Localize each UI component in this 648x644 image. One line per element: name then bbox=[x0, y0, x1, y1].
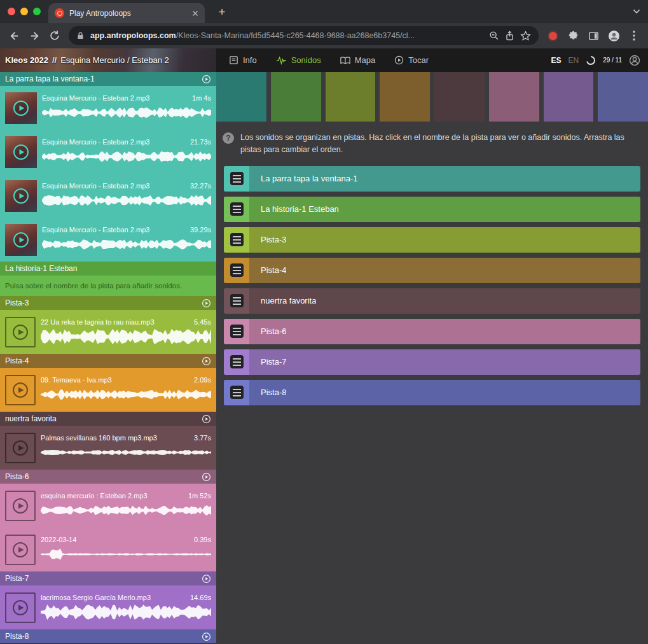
browser-menu-icon[interactable] bbox=[624, 25, 644, 46]
audio-clip[interactable]: 09. Temaeva - Iva.mp32.09s bbox=[0, 368, 216, 412]
track-swatch[interactable] bbox=[434, 72, 485, 122]
clip-thumbnail[interactable] bbox=[5, 92, 37, 124]
track-play-icon[interactable] bbox=[202, 632, 211, 641]
zoom-window-button[interactable] bbox=[33, 8, 41, 15]
track-row[interactable]: Pista-8 bbox=[224, 380, 640, 405]
track-swatch[interactable] bbox=[598, 72, 648, 122]
track-play-icon[interactable] bbox=[202, 356, 211, 366]
track-row[interactable]: Pista-3 bbox=[224, 227, 640, 253]
track-swatch[interactable] bbox=[271, 72, 321, 122]
audio-clip[interactable]: Esquina Mercurio - Esteban 2.mp332.27s bbox=[0, 174, 216, 218]
clip-play-button[interactable] bbox=[5, 592, 36, 623]
session-title: Esquina Mercurio / Esteban 2 bbox=[60, 55, 169, 65]
close-window-button[interactable] bbox=[8, 8, 15, 15]
project-name[interactable]: Kleos 2022 bbox=[5, 55, 48, 65]
extensions-puzzle-icon[interactable] bbox=[563, 25, 583, 46]
clip-play-button[interactable] bbox=[5, 491, 36, 521]
minimize-window-button[interactable] bbox=[20, 8, 28, 15]
clip-play-button[interactable] bbox=[5, 375, 36, 405]
audio-clip[interactable]: Esquina Mercurio - Esteban 2.mp31m 4s bbox=[0, 86, 216, 130]
tab-search-chevron-icon[interactable] bbox=[633, 9, 640, 14]
forward-icon[interactable] bbox=[24, 25, 45, 46]
nav-info[interactable]: Info bbox=[229, 55, 257, 65]
url-text[interactable]: app.antropoloops.com/Kleos-Santa-Marina/… bbox=[90, 31, 483, 40]
drag-handle[interactable] bbox=[224, 380, 249, 405]
nav-mapa[interactable]: Mapa bbox=[340, 55, 376, 65]
track-swatch[interactable] bbox=[380, 72, 430, 122]
track-row[interactable]: nuertra favorita bbox=[224, 288, 640, 314]
audio-clip[interactable]: lacrimosa Sergio García Merlo.mp314.69s bbox=[0, 585, 216, 629]
lang-en[interactable]: EN bbox=[568, 56, 579, 65]
track-play-icon[interactable] bbox=[202, 574, 211, 584]
clip-thumbnail[interactable] bbox=[5, 180, 37, 212]
profile-avatar-icon[interactable] bbox=[603, 25, 624, 46]
audio-clip[interactable]: Palmas sevillanas 160 bpm mp3.mp33.77s bbox=[0, 426, 216, 470]
clip-play-button[interactable] bbox=[5, 433, 36, 463]
sidebar-track-header[interactable]: Pista-4 bbox=[0, 354, 216, 368]
track-swatch[interactable] bbox=[544, 72, 594, 122]
track-row[interactable]: Pista-6 bbox=[224, 319, 640, 344]
sidebar-track-header[interactable]: Pista-8 bbox=[0, 629, 216, 643]
sidebar-track-header[interactable]: Pista-3 bbox=[0, 296, 216, 310]
track-row[interactable]: Pista-7 bbox=[224, 349, 640, 375]
sidebar-track-header[interactable]: Pista-6 bbox=[0, 470, 216, 484]
track-swatch[interactable] bbox=[216, 72, 266, 122]
track-swatch[interactable] bbox=[489, 72, 539, 122]
track-play-icon[interactable] bbox=[202, 298, 211, 308]
sidebar-track-header[interactable]: La historia-1 Esteban bbox=[0, 262, 216, 276]
drag-handle[interactable] bbox=[224, 197, 249, 222]
sidebar-track-name: Pista-8 bbox=[5, 632, 198, 641]
clip-duration: 39.29s bbox=[190, 226, 211, 234]
clip-filename: Palmas sevillanas 160 bpm mp3.mp3 bbox=[41, 434, 157, 442]
track-play-icon[interactable] bbox=[202, 414, 211, 424]
audio-clip[interactable]: Esquina Mercurio - Esteban 2.mp339.29s bbox=[0, 218, 216, 262]
track-row[interactable]: Pista-4 bbox=[224, 258, 640, 283]
clip-filename: lacrimosa Sergio García Merlo.mp3 bbox=[41, 594, 151, 601]
clip-info: 09. Temaeva - Iva.mp32.09s bbox=[41, 376, 211, 403]
clip-play-button[interactable] bbox=[5, 535, 36, 565]
lock-icon[interactable] bbox=[76, 31, 85, 40]
audio-clip[interactable]: esquina mercurio : Esteban 2.mp31m 52s bbox=[0, 484, 216, 528]
track-row-label: Pista-4 bbox=[249, 265, 286, 275]
track-row[interactable]: La historia-1 Esteban bbox=[224, 197, 640, 222]
sidebar-track-header[interactable]: La parra tapa la ventana-1 bbox=[0, 72, 216, 86]
track-swatch[interactable] bbox=[326, 72, 376, 122]
nav-mapa-label: Mapa bbox=[355, 55, 376, 65]
audio-clip[interactable]: 22 Ua reka te tagnia to rau niau.mp35.45… bbox=[0, 310, 216, 354]
drag-handle[interactable] bbox=[224, 227, 249, 253]
back-icon[interactable] bbox=[4, 25, 24, 46]
address-bar[interactable]: app.antropoloops.com/Kleos-Santa-Marina/… bbox=[69, 26, 539, 45]
drag-handle[interactable] bbox=[224, 349, 249, 375]
track-play-icon[interactable] bbox=[202, 74, 211, 84]
browser-tab[interactable]: Play Antropoloops bbox=[48, 3, 205, 23]
clip-thumbnail[interactable] bbox=[5, 136, 37, 168]
track-play-icon[interactable] bbox=[202, 472, 211, 482]
clip-info: Esquina Mercurio - Esteban 2.mp31m 4s bbox=[42, 94, 211, 122]
user-account-icon[interactable] bbox=[629, 55, 640, 66]
clip-play-button[interactable] bbox=[5, 317, 36, 347]
tab-close-icon[interactable] bbox=[192, 10, 198, 17]
lang-es[interactable]: ES bbox=[551, 56, 561, 65]
drag-handle[interactable] bbox=[224, 258, 249, 283]
drag-handle[interactable] bbox=[224, 288, 249, 314]
clip-thumbnail[interactable] bbox=[5, 224, 37, 256]
audio-clip[interactable]: Esquina Mercurio - Esteban 2.mp321.73s bbox=[0, 130, 216, 174]
recording-extension-icon[interactable] bbox=[542, 25, 563, 46]
browser-tab-strip: Play Antropoloops + bbox=[0, 0, 648, 23]
bookmark-star-icon[interactable] bbox=[520, 31, 531, 41]
new-tab-button[interactable]: + bbox=[214, 3, 230, 20]
nav-sonidos[interactable]: Sonidos bbox=[276, 55, 321, 65]
share-icon[interactable] bbox=[505, 31, 514, 41]
reload-icon[interactable] bbox=[45, 25, 65, 46]
audio-clip[interactable]: 2022-03-140.39s bbox=[0, 528, 216, 571]
page-zoom-icon[interactable] bbox=[489, 31, 499, 41]
side-panel-icon[interactable] bbox=[583, 25, 603, 46]
sidebar-track-header[interactable]: Pista-7 bbox=[0, 571, 216, 585]
drag-handle[interactable] bbox=[224, 319, 249, 344]
sidebar-track-section: Pista-8 bbox=[0, 629, 216, 643]
track-row[interactable]: La parra tapa la ventana-1 bbox=[224, 166, 640, 192]
nav-tocar[interactable]: Tocar bbox=[394, 55, 429, 65]
sidebar-track-header[interactable]: nuertra favorita bbox=[0, 412, 216, 426]
clip-info: Esquina Mercurio - Esteban 2.mp321.73s bbox=[42, 138, 211, 165]
drag-handle[interactable] bbox=[224, 166, 249, 192]
